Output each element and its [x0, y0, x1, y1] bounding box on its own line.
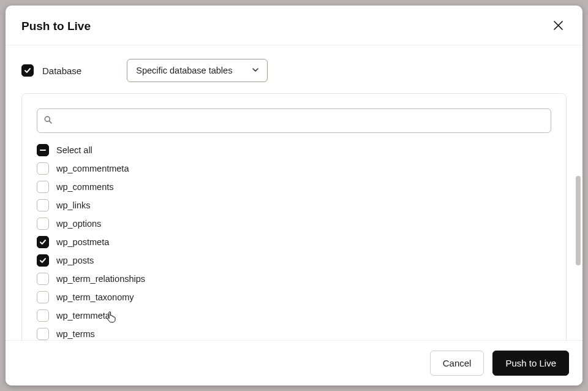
table-name-label: wp_term_relationships	[56, 274, 145, 284]
table-checkbox[interactable]	[37, 181, 49, 193]
scrollbar-thumb[interactable]	[576, 176, 581, 265]
modal-footer: Cancel Push to Live	[6, 340, 582, 385]
table-name-label: wp_comments	[56, 182, 113, 192]
table-list: Select all wp_commentmetawp_commentswp_l…	[37, 144, 551, 340]
table-checkbox[interactable]	[37, 218, 49, 230]
select-all-row: Select all	[37, 144, 551, 156]
table-checkbox[interactable]	[37, 162, 49, 175]
modal-title: Push to Live	[21, 20, 91, 33]
table-row: wp_comments	[37, 181, 551, 193]
close-icon	[554, 21, 563, 32]
tables-panel: Select all wp_commentmetawp_commentswp_l…	[21, 93, 567, 340]
table-row: wp_terms	[37, 328, 551, 340]
table-row: wp_term_relationships	[37, 273, 551, 285]
select-all-checkbox[interactable]	[37, 144, 49, 156]
database-checkbox[interactable]	[21, 64, 34, 77]
search-wrap	[37, 108, 551, 133]
search-input[interactable]	[37, 108, 551, 133]
modal-body: Database Specific database tables	[6, 45, 582, 340]
table-checkbox[interactable]	[37, 199, 49, 211]
table-name-label: wp_options	[56, 219, 101, 229]
database-row: Database Specific database tables	[21, 59, 567, 82]
chevron-down-icon	[252, 66, 259, 75]
table-name-label: wp_posts	[56, 256, 94, 265]
table-row: wp_termmeta	[37, 309, 551, 322]
table-checkbox[interactable]	[37, 309, 49, 322]
table-row: wp_posts	[37, 254, 551, 267]
table-row: wp_options	[37, 218, 551, 230]
close-button[interactable]	[549, 18, 567, 35]
table-name-label: wp_links	[56, 200, 91, 210]
cancel-button[interactable]: Cancel	[430, 351, 484, 376]
scope-select[interactable]: Specific database tables	[127, 59, 268, 82]
push-to-live-modal: Push to Live Database Specific database …	[6, 6, 582, 385]
table-checkbox[interactable]	[37, 328, 49, 340]
table-checkbox[interactable]	[37, 273, 49, 285]
push-to-live-button[interactable]: Push to Live	[492, 351, 569, 376]
select-all-label: Select all	[56, 145, 92, 155]
table-checkbox[interactable]	[37, 254, 49, 267]
table-name-label: wp_termmeta	[56, 311, 110, 321]
database-label: Database	[42, 66, 81, 76]
table-row: wp_links	[37, 199, 551, 211]
modal-header: Push to Live	[6, 6, 582, 45]
table-name-label: wp_commentmeta	[56, 164, 129, 173]
table-row: wp_commentmeta	[37, 162, 551, 175]
table-row: wp_postmeta	[37, 236, 551, 248]
table-name-label: wp_postmeta	[56, 237, 109, 247]
table-name-label: wp_terms	[56, 329, 95, 339]
table-name-label: wp_term_taxonomy	[56, 292, 134, 302]
table-checkbox[interactable]	[37, 291, 49, 303]
scope-selected-value: Specific database tables	[136, 66, 232, 75]
table-checkbox[interactable]	[37, 236, 49, 248]
table-row: wp_term_taxonomy	[37, 291, 551, 303]
